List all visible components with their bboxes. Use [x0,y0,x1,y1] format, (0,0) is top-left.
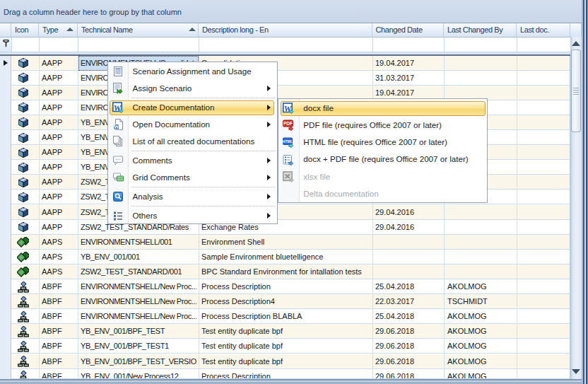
svg-text:HTML: HTML [283,139,293,144]
svg-text:PDF: PDF [283,121,293,126]
svg-text:W: W [113,124,119,130]
